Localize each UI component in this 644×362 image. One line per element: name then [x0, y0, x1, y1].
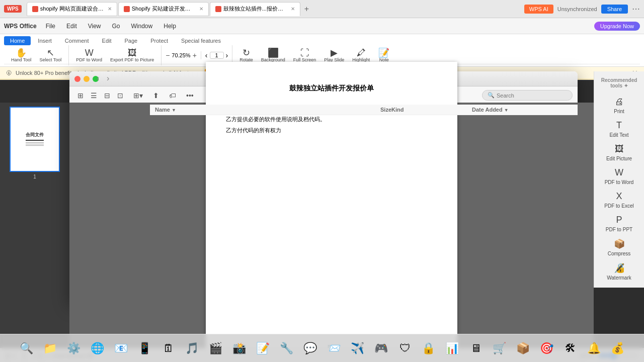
wps-ai-button[interactable]: WPS AI — [524, 5, 553, 14]
notification-icon[interactable]: 🔔 — [583, 337, 605, 359]
package-icon[interactable]: 📦 — [512, 337, 534, 359]
hand-tool-button[interactable]: ✋ Hand Tool — [8, 47, 34, 63]
finder-back-button[interactable]: ‹ — [95, 74, 101, 83]
col-kind-header[interactable]: Kind — [391, 107, 472, 113]
arrange-button[interactable]: ⊞▾ — [130, 90, 146, 101]
tab-tab2[interactable]: Shopify 买站建设开发报价单.pdf✕ — [118, 2, 209, 16]
background-button[interactable]: ⬛ Background — [258, 47, 288, 63]
right-tool-pdf-to-ppt[interactable]: PPDF to PPT — [598, 212, 640, 235]
tools-icon[interactable]: 🛠 — [559, 337, 582, 359]
menu-item-view[interactable]: View — [83, 21, 106, 32]
ribbon-tab-page[interactable]: Page — [119, 36, 144, 45]
launchpad-icon[interactable]: 📁 — [39, 337, 61, 359]
keychain-icon[interactable]: 🔒 — [418, 337, 440, 359]
next-page-button[interactable]: › — [226, 51, 228, 59]
numbers-icon[interactable]: 📊 — [441, 337, 463, 359]
right-tool-compress[interactable]: 📦Compress — [598, 235, 640, 259]
right-tool-label: Edit Text — [609, 132, 628, 138]
tab-close-button[interactable]: ✕ — [108, 6, 112, 12]
mail-icon[interactable]: 📧 — [110, 337, 132, 359]
right-tool-print[interactable]: 🖨Print — [598, 94, 640, 117]
play-label: Play Slide — [324, 57, 344, 62]
share-button[interactable]: Share — [601, 5, 628, 14]
ribbon-tab-protect[interactable]: Protect — [144, 36, 174, 45]
tab-close-button[interactable]: ✕ — [291, 6, 295, 12]
window-close-button[interactable] — [74, 76, 80, 82]
wallet-icon[interactable]: 💰 — [607, 337, 629, 359]
rotate-button[interactable]: ↻ Rotate — [236, 47, 256, 63]
menu-item-go[interactable]: Go — [107, 21, 125, 32]
tab-close-button[interactable]: ✕ — [199, 6, 203, 12]
notes-icon[interactable]: 📝 — [252, 337, 274, 359]
top-toolbar-right: Upgrade Now — [594, 22, 640, 31]
menu-item-help[interactable]: Help — [158, 21, 181, 32]
gallery-view-button[interactable]: ⊡ — [114, 90, 126, 101]
page-number-input[interactable] — [210, 52, 224, 59]
more-options-icon[interactable]: ⋯ — [632, 4, 640, 14]
ribbon-tab-special-features[interactable]: Special features — [175, 36, 227, 45]
shopify-icon[interactable]: 🛒 — [489, 337, 511, 359]
right-tool-edit-picture[interactable]: 🖼Edit Picture — [598, 141, 640, 164]
facetime-icon[interactable]: 💬 — [299, 337, 321, 359]
ribbon-tab-edit[interactable]: Edit — [96, 36, 118, 45]
note-button[interactable]: 📝 Note — [375, 47, 393, 63]
play-slide-button[interactable]: ▶ Play Slide — [321, 47, 347, 63]
tab-label: Shopify 买站建设开发报价单.pdf — [132, 5, 195, 13]
focus-icon[interactable]: 🎯 — [536, 337, 558, 359]
maps-icon[interactable]: ✈️ — [347, 337, 369, 359]
video-icon[interactable]: 🎬 — [205, 337, 227, 359]
new-tab-button[interactable]: + — [301, 5, 312, 14]
tag-button[interactable]: 🏷 — [166, 90, 179, 101]
zoom-in-button[interactable]: + — [193, 51, 197, 59]
music-icon[interactable]: 🎵 — [181, 337, 203, 359]
contact-icon[interactable]: 📨 — [323, 337, 345, 359]
search-input[interactable] — [497, 93, 567, 99]
search-icon: 🔍 — [488, 92, 495, 99]
background-label: Background — [261, 57, 285, 62]
pdf-to-word-button[interactable]: W PDF to Word — [73, 47, 105, 63]
window-minimize-button[interactable] — [84, 76, 90, 82]
right-tool-watermark[interactable]: 🔏Watermark — [598, 259, 640, 284]
tab-label: 鼓辣独立站插件...报价单.pdf — [223, 5, 287, 13]
col-date-header[interactable]: Date Added▼ — [472, 107, 573, 113]
print-icon: 🖨 — [615, 97, 624, 107]
right-tool-pdf-to-word[interactable]: WPDF to Word — [598, 164, 640, 188]
right-tool-edit-text[interactable]: TEdit Text — [598, 117, 640, 141]
export-pdf-button[interactable]: 🖼 Export PDF to Picture — [107, 47, 157, 63]
prev-page-button[interactable]: ‹ — [205, 51, 208, 59]
finder-forward-button[interactable]: › — [105, 74, 111, 83]
action-button[interactable]: ⬆ — [150, 90, 162, 101]
list-view-button[interactable]: ☰ — [88, 90, 100, 101]
pdf-thumbnail-1[interactable]: 合同文件 — [10, 107, 60, 172]
menu-item-file[interactable]: File — [41, 21, 60, 32]
messages-icon[interactable]: 📱 — [134, 337, 156, 359]
reminders-icon[interactable]: 🔧 — [276, 337, 298, 359]
highlight-button[interactable]: 🖍 Highlight — [349, 47, 373, 63]
tab-tab3[interactable]: 鼓辣独立站插件...报价单.pdf✕ — [210, 2, 300, 16]
photos-icon[interactable]: 📸 — [228, 337, 251, 359]
zoom-out-button[interactable]: − — [166, 51, 170, 59]
menu-item-window[interactable]: Window — [126, 21, 158, 32]
security-icon[interactable]: 🛡 — [394, 337, 416, 359]
more-button[interactable]: ••• — [183, 90, 197, 101]
finder-search[interactable]: 🔍 — [482, 90, 573, 101]
select-tool-button[interactable]: ↖ Select Tool — [36, 47, 64, 63]
ribbon-tab-comment[interactable]: Comment — [59, 36, 95, 45]
game-icon[interactable]: 🎮 — [370, 337, 392, 359]
icon-view-button[interactable]: ⊞ — [74, 90, 87, 101]
tab-tab1[interactable]: shopify 网站页面建设合同.pdf✕ — [27, 2, 117, 16]
safari-icon[interactable]: 🌐 — [87, 337, 109, 359]
col-name-header[interactable]: Name▼ — [155, 107, 341, 113]
finder-icon[interactable]: 🔍 — [16, 337, 38, 359]
menu-item-edit[interactable]: Edit — [61, 21, 82, 32]
upgrade-button[interactable]: Upgrade Now — [594, 22, 640, 31]
calendar-icon[interactable]: 🗓 — [157, 337, 180, 359]
preferences-icon[interactable]: ⚙️ — [63, 337, 85, 359]
full-screen-button[interactable]: ⛶ Full Screen — [290, 47, 319, 63]
ribbon-tab-insert[interactable]: Insert — [32, 36, 58, 45]
column-view-button[interactable]: ⊟ — [101, 90, 113, 101]
right-tool-pdf-to-excel[interactable]: XPDF to Excel — [598, 188, 640, 212]
monitor-icon[interactable]: 🖥 — [465, 337, 487, 359]
ribbon-tab-home[interactable]: Home — [4, 36, 31, 45]
col-size-header[interactable]: Size — [341, 107, 391, 113]
